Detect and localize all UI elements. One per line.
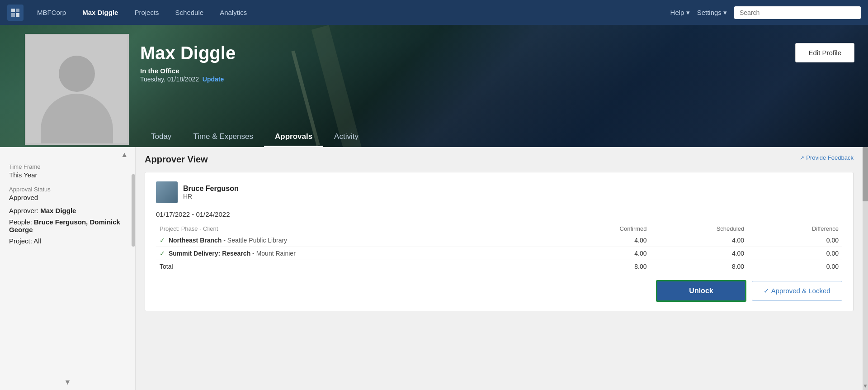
- row1-project-name: Northeast Branch: [169, 237, 222, 244]
- svg-rect-0: [11, 9, 15, 12]
- row2-client: - Mount Rainier: [252, 250, 296, 257]
- row2-scheduled: 4.00: [651, 247, 748, 260]
- nav-help-button[interactable]: Help ▾: [670, 9, 690, 17]
- approver-row: Approver: Max Diggle: [9, 207, 126, 214]
- edit-profile-button[interactable]: Edit Profile: [795, 43, 854, 62]
- nav-item-schedule[interactable]: Schedule: [173, 7, 207, 18]
- row2-check-icon: ✓: [160, 250, 165, 257]
- card-person-avatar: [156, 181, 178, 203]
- avatar-head: [59, 56, 95, 92]
- approval-status-label: Approval Status: [9, 186, 126, 193]
- avatar-body: [41, 94, 113, 143]
- approver-label: Approver:: [9, 207, 38, 214]
- profile-info: Max Diggle In the Office Tuesday, 01/18/…: [140, 43, 236, 83]
- search-input[interactable]: [734, 6, 861, 19]
- approved-locked-button[interactable]: ✓ Approved & Locked: [752, 281, 842, 301]
- time-frame-value: This Year: [9, 171, 126, 179]
- tab-activity[interactable]: Activity: [323, 128, 369, 147]
- logo-icon: [7, 5, 24, 21]
- row1-check-icon: ✓: [160, 237, 165, 244]
- svg-rect-3: [16, 13, 19, 17]
- row2-difference: 0.00: [748, 247, 842, 260]
- tab-time-expenses[interactable]: Time & Expenses: [182, 128, 264, 147]
- profile-tabs: Today Time & Expenses Approvals Activity: [140, 128, 369, 147]
- profile-banner: Max Diggle In the Office Tuesday, 01/18/…: [0, 25, 868, 147]
- sidebar-down-arrow-icon[interactable]: ▼: [64, 378, 71, 386]
- approval-status-value: Approved: [9, 194, 126, 201]
- right-scrollbar[interactable]: ▼: [863, 147, 868, 390]
- table-row: ✓ Summit Delivery: Research - Mount Rain…: [156, 247, 842, 260]
- sidebar-scrollbar[interactable]: [132, 174, 135, 247]
- total-scheduled: 8.00: [651, 260, 748, 273]
- profile-date: Tuesday, 01/18/2022 Update: [140, 76, 236, 83]
- sidebar: ▲ Time Frame This Year Approval Status A…: [0, 147, 136, 390]
- approver-view-header: Approver View ↗ Provide Feedback: [145, 154, 854, 165]
- total-confirmed: 8.00: [555, 260, 651, 273]
- main-content: ▲ Time Frame This Year Approval Status A…: [0, 147, 868, 390]
- table-row: ✓ Northeast Branch - Seattle Public Libr…: [156, 234, 842, 247]
- unlock-button[interactable]: Unlock: [656, 280, 746, 302]
- collapse-arrow-icon[interactable]: ▲: [121, 151, 128, 159]
- card-date-range: 01/17/2022 - 01/24/2022: [156, 210, 842, 218]
- row2-project-name: Summit Delivery: Research: [169, 250, 250, 257]
- nav-item-maxdiggle[interactable]: Max Diggle: [80, 7, 121, 18]
- right-panel: Approver View ↗ Provide Feedback Bruce F…: [136, 147, 863, 390]
- tab-today[interactable]: Today: [140, 128, 182, 147]
- row1-confirmed: 4.00: [555, 234, 651, 247]
- card-person-info: Bruce Ferguson HR: [183, 185, 239, 200]
- banner-background: [0, 25, 868, 147]
- top-navigation: MBFCorp Max Diggle Projects Schedule Ana…: [0, 0, 868, 25]
- profile-avatar: [25, 34, 129, 145]
- avatar-image: [156, 181, 178, 203]
- time-frame-label: Time Frame: [9, 163, 126, 170]
- scrollbar-bottom-arrow[interactable]: ▼: [863, 382, 868, 390]
- provide-feedback-link[interactable]: ↗ Provide Feedback: [800, 154, 854, 161]
- tab-approvals[interactable]: Approvals: [264, 128, 323, 147]
- nav-item-analytics[interactable]: Analytics: [217, 7, 250, 18]
- total-label: Total: [156, 260, 555, 273]
- nav-logo[interactable]: [7, 5, 24, 21]
- people-label: People:: [9, 218, 32, 226]
- external-link-icon: ↗: [800, 155, 804, 161]
- project-value: All: [33, 237, 41, 245]
- table-total-row: Total 8.00 8.00 0.00: [156, 260, 842, 273]
- nav-right: Help ▾ Settings ▾: [670, 6, 861, 19]
- people-row: People: Bruce Ferguson, Dominick George: [9, 218, 126, 233]
- row1-project: ✓ Northeast Branch - Seattle Public Libr…: [156, 234, 555, 247]
- card-person-dept: HR: [183, 193, 239, 200]
- total-difference: 0.00: [748, 260, 842, 273]
- nav-item-mbfcorp[interactable]: MBFCorp: [34, 7, 69, 18]
- card-actions: Unlock ✓ Approved & Locked: [156, 280, 842, 302]
- svg-rect-2: [11, 13, 15, 17]
- svg-rect-1: [16, 9, 19, 12]
- row1-client: - Seattle Public Library: [223, 237, 287, 244]
- col-difference-header: Difference: [748, 224, 842, 234]
- scrollbar-thumb[interactable]: [863, 147, 868, 201]
- card-person-row: Bruce Ferguson HR: [156, 181, 842, 203]
- avatar-silhouette: [26, 35, 127, 143]
- provide-feedback-label: Provide Feedback: [806, 154, 854, 161]
- card-table: Project: Phase - Client Confirmed Schedu…: [156, 224, 842, 273]
- approver-view-title: Approver View: [145, 154, 208, 165]
- profile-update-button[interactable]: Update: [203, 76, 224, 83]
- col-scheduled-header: Scheduled: [651, 224, 748, 234]
- col-project-header: Project: Phase - Client: [156, 224, 555, 234]
- row1-difference: 0.00: [748, 234, 842, 247]
- nav-settings-button[interactable]: Settings ▾: [697, 9, 727, 17]
- card-person-name: Bruce Ferguson: [183, 185, 239, 193]
- approver-value: Max Diggle: [40, 207, 76, 214]
- profile-date-text: Tuesday, 01/18/2022: [140, 76, 199, 83]
- profile-name: Max Diggle: [140, 43, 236, 63]
- project-row: Project: All: [9, 237, 126, 245]
- row2-confirmed: 4.00: [555, 247, 651, 260]
- row2-project: ✓ Summit Delivery: Research - Mount Rain…: [156, 247, 555, 260]
- col-confirmed-header: Confirmed: [555, 224, 651, 234]
- nav-item-projects[interactable]: Projects: [132, 7, 161, 18]
- project-label: Project:: [9, 237, 32, 245]
- approval-card: Bruce Ferguson HR 01/17/2022 - 01/24/202…: [145, 172, 854, 311]
- profile-status: In the Office: [140, 67, 236, 75]
- row1-scheduled: 4.00: [651, 234, 748, 247]
